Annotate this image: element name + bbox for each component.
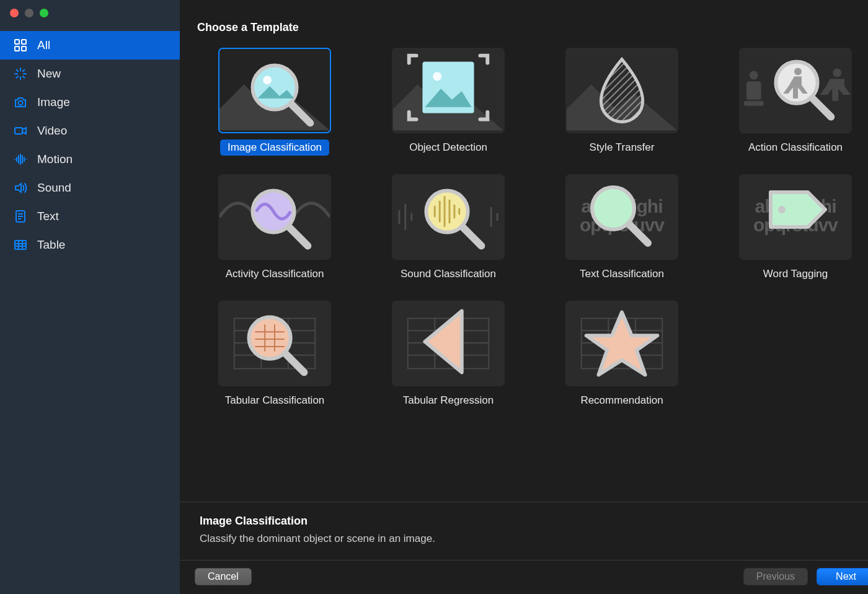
- svg-line-59: [629, 224, 648, 243]
- page-title: Choose a Template: [197, 21, 868, 34]
- sidebar-item-label: Sound: [37, 181, 71, 195]
- svg-line-42: [813, 99, 831, 117]
- template-activity-classification[interactable]: Activity Classification: [195, 174, 355, 282]
- zoom-window-button[interactable]: [40, 9, 48, 17]
- sidebar-item-new[interactable]: New: [0, 60, 180, 88]
- template-chooser: Choose a Template Image Classifi: [180, 0, 868, 502]
- template-thumb: abcdeighi opqrstuvv: [739, 174, 852, 260]
- svg-rect-25: [15, 241, 26, 249]
- sidebar-item-text[interactable]: Text: [0, 202, 180, 231]
- svg-point-34: [433, 72, 441, 81]
- template-sound-classification[interactable]: Sound Classification: [368, 174, 528, 282]
- svg-line-11: [17, 76, 19, 78]
- template-thumb: [218, 48, 331, 133]
- sidebar-item-all[interactable]: All: [0, 31, 180, 60]
- svg-rect-38: [744, 101, 764, 106]
- cancel-button[interactable]: Cancel: [195, 568, 252, 585]
- template-thumb: [392, 48, 505, 133]
- sidebar-item-label: Video: [37, 124, 67, 138]
- sidebar-item-label: All: [37, 38, 50, 52]
- svg-point-60: [778, 206, 786, 213]
- camera-icon: [12, 95, 29, 109]
- template-style-transfer[interactable]: Style Transfer: [542, 48, 702, 156]
- info-panel: Image Classification Classify the domina…: [180, 502, 868, 560]
- template-thumb: abcdeighi opqrstuvv: [565, 174, 678, 260]
- sparkle-icon: [12, 67, 29, 81]
- svg-point-31: [263, 76, 272, 84]
- template-label: Activity Classification: [218, 266, 332, 282]
- svg-line-10: [23, 70, 25, 72]
- svg-point-12: [19, 101, 23, 105]
- template-label: Image Classification: [220, 140, 329, 156]
- video-icon: [12, 124, 29, 138]
- svg-line-8: [17, 70, 19, 72]
- close-window-button[interactable]: [10, 9, 19, 17]
- table-icon: [12, 238, 29, 252]
- svg-point-39: [833, 68, 841, 77]
- template-thumb: [565, 48, 678, 133]
- sidebar-item-image[interactable]: Image: [0, 88, 180, 117]
- template-label: Sound Classification: [393, 266, 503, 282]
- svg-point-36: [750, 71, 758, 79]
- template-label: Object Detection: [402, 140, 495, 156]
- minimize-window-button[interactable]: [25, 9, 33, 17]
- svg-line-44: [290, 228, 308, 246]
- svg-rect-1: [22, 40, 26, 44]
- template-thumb: [392, 301, 505, 386]
- footer: Cancel Previous Next: [180, 560, 868, 594]
- template-label: Word Tagging: [756, 266, 835, 282]
- svg-rect-3: [22, 47, 26, 51]
- document-text-icon: [12, 210, 29, 223]
- speaker-icon: [12, 181, 29, 195]
- template-image-classification[interactable]: Image Classification: [195, 48, 355, 156]
- grid-icon: [12, 38, 29, 52]
- template-label: Tabular Classification: [218, 392, 332, 409]
- template-thumb: [392, 174, 505, 260]
- sidebar-item-label: Text: [37, 210, 59, 223]
- svg-line-57: [463, 228, 482, 246]
- info-title: Image Classification: [200, 515, 868, 528]
- template-thumb: [218, 301, 331, 386]
- sidebar-item-motion[interactable]: Motion: [0, 145, 180, 174]
- template-tabular-classification[interactable]: Tabular Classification: [195, 301, 355, 409]
- sidebar-item-label: New: [37, 67, 61, 81]
- template-action-classification[interactable]: Action Classification: [715, 48, 868, 156]
- template-recommendation[interactable]: Recommendation: [542, 301, 702, 409]
- svg-point-41: [794, 68, 802, 75]
- svg-line-9: [23, 76, 25, 78]
- sidebar-item-label: Image: [37, 95, 70, 109]
- window-controls: [0, 0, 180, 31]
- sidebar-item-label: Table: [37, 238, 65, 252]
- template-text-classification[interactable]: abcdeighi opqrstuvv Text Classification: [542, 174, 702, 282]
- svg-rect-13: [15, 128, 22, 134]
- template-tabular-regression[interactable]: Tabular Regression: [368, 301, 528, 409]
- template-thumb: [739, 48, 852, 133]
- sidebar: All New Image Video Motion Sound: [0, 0, 180, 594]
- template-thumb: [218, 174, 331, 260]
- sidebar-item-label: Motion: [37, 153, 73, 166]
- main-content: Choose a Template Image Classifi: [180, 0, 868, 594]
- template-label: Recommendation: [573, 392, 670, 409]
- sidebar-item-video[interactable]: Video: [0, 117, 180, 145]
- template-object-detection[interactable]: Object Detection: [368, 48, 528, 156]
- info-description: Classify the dominant object or scene in…: [200, 533, 868, 545]
- template-word-tagging[interactable]: abcdeighi opqrstuvv Word Tagging: [715, 174, 868, 282]
- template-label: Action Classification: [741, 140, 850, 156]
- template-label: Style Transfer: [582, 140, 662, 156]
- sidebar-item-table[interactable]: Table: [0, 231, 180, 259]
- svg-rect-37: [746, 81, 761, 100]
- waveform-icon: [12, 153, 29, 166]
- previous-button[interactable]: Previous: [743, 568, 808, 585]
- template-label: Text Classification: [572, 266, 671, 282]
- svg-rect-0: [15, 40, 19, 44]
- template-label: Tabular Regression: [396, 392, 501, 409]
- next-button[interactable]: Next: [817, 568, 868, 585]
- svg-rect-2: [15, 47, 19, 51]
- sidebar-item-sound[interactable]: Sound: [0, 174, 180, 202]
- template-grid: Image Classification O: [195, 48, 868, 409]
- template-thumb: [565, 301, 678, 386]
